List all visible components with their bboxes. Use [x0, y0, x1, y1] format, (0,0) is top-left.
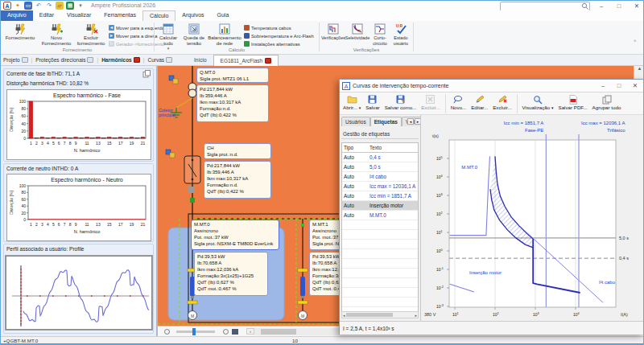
curves-dialog[interactable]: A Curvas de intervenção tempo-corrente –…	[339, 79, 644, 335]
tab-etiquetas[interactable]: Etiquetas	[370, 117, 402, 126]
agrupar-tudo-button[interactable]: Agrupar tudo	[591, 93, 623, 111]
panel-icon	[87, 57, 93, 63]
svg-text:11: 11	[85, 222, 89, 227]
scroll-thumb[interactable]	[346, 313, 393, 317]
curto-circuito-button[interactable]: Curto-circuito	[369, 23, 390, 46]
status-selection-label: +QGBT-M.MT.0	[3, 338, 38, 343]
salvar-pdf-button[interactable]: Salvar PDF...	[557, 93, 589, 111]
table-row[interactable]: AutoIcc min = 1851,7 A	[342, 191, 418, 201]
excluir-fornecimento-button[interactable]: Excluir fornecimento	[75, 23, 107, 46]
spreadsheet-icon[interactable]: ▦	[66, 2, 74, 10]
svg-text:8: 8	[69, 222, 72, 227]
zoom-slider[interactable]	[176, 331, 215, 333]
label-box-mmt0-data[interactable]: Pd:39,53 kWIb:70,658 AIkm max:12,036 kAF…	[194, 252, 268, 296]
svg-text:Trifásico: Trifásico	[607, 128, 625, 133]
fit-page-icon[interactable]	[232, 329, 238, 335]
svg-text:4: 4	[47, 222, 49, 227]
menu-tab-ferramentas[interactable]: Ferramentas	[97, 10, 142, 21]
undo-icon[interactable]: ↶	[35, 2, 43, 10]
verificacoes-button[interactable]: Verificações	[321, 23, 345, 41]
dialog-maximize-button[interactable]: □	[612, 80, 626, 91]
button-label: Mover para a direita	[116, 34, 158, 39]
novo-fornecimento-button[interactable]: Novo Fornecimento	[38, 23, 75, 46]
breaker-symbol[interactable]	[184, 156, 200, 183]
zoom-out-icon[interactable]	[164, 329, 170, 335]
menu-tab-editar[interactable]: Editar	[33, 10, 60, 21]
fase-harmonic-chart: Espectro harmônico - FaseDistorção [%]02…	[7, 90, 151, 159]
delete-pencil-icon	[497, 94, 507, 105]
arc-flash-icon	[244, 33, 250, 39]
menu-tab-arquivo[interactable]: Arquivo	[1, 10, 33, 21]
novo-button[interactable]: Novo...	[449, 93, 469, 111]
dialog-title-bar[interactable]: A Curvas de intervenção tempo-corrente –…	[340, 80, 644, 92]
table-row[interactable]: AutoM.MT.0	[342, 211, 418, 220]
label-box-ch-data[interactable]: Pd:217,844 kWIb:359,446 AIkm max:10,317 …	[204, 161, 271, 199]
ribbon-collapse-icon[interactable]: ˄	[634, 39, 637, 43]
ribbon: Fornecimento Novo Fornecimento Excluir f…	[1, 21, 643, 55]
table-row-selected[interactable]: AutoInserção motor	[342, 201, 418, 211]
menu-tab-guia[interactable]: Guia	[211, 10, 236, 21]
group-label-fornecimento: Fornecimento	[2, 47, 152, 52]
toolbar-separator	[445, 94, 446, 113]
save-icon[interactable]: ▭	[24, 2, 32, 10]
canvas-tab-inicio[interactable]: Início	[188, 55, 213, 66]
sidebar-tab-harmonicos[interactable]: Harmônicos	[99, 55, 142, 66]
menu-tab-arquivos[interactable]: Arquivos	[175, 10, 210, 21]
menu-tab-calculo[interactable]: Cálculo	[142, 10, 175, 21]
menu-tab-visualizar[interactable]: Visualizar	[60, 10, 97, 21]
excluir-curva-button[interactable]: Excluir...	[419, 93, 441, 111]
label-box-qmt0[interactable]: Q.MT.0Sigla prot.:MTZ1 06 L1	[196, 68, 269, 83]
search-input[interactable]	[501, 4, 581, 10]
scroll-thumb[interactable]	[261, 329, 296, 335]
svg-text:9: 9	[75, 141, 77, 146]
copy-icon[interactable]	[142, 70, 152, 78]
salvar-button[interactable]: Salvar	[364, 93, 382, 111]
fornecimento-button[interactable]: Fornecimento	[2, 23, 38, 41]
table-row[interactable]: Auto5,0 s	[342, 162, 418, 172]
dialog-close-button[interactable]: ✕	[628, 80, 642, 91]
svg-text:M: M	[301, 314, 304, 318]
zoom-in-icon[interactable]	[223, 329, 229, 335]
table-row[interactable]: AutoIcc max = 12036,1 A	[342, 182, 418, 191]
scroll-right-icon[interactable]: ▸	[414, 313, 418, 318]
svg-text:Fase-PE: Fase-PE	[525, 128, 543, 133]
favorites-icon[interactable]: ✦	[14, 2, 22, 10]
seletividade-button[interactable]: Seletividade	[345, 23, 369, 41]
instalacoes-alternativas-button[interactable]: Instalações alternativas	[244, 40, 300, 47]
svg-text:11: 11	[85, 141, 89, 146]
sidebar-tab-protecoes[interactable]: Proteções direcionais	[33, 55, 96, 66]
dialog-minimize-button[interactable]: –	[596, 80, 610, 91]
window-title: Ampère Profissional 2026	[91, 2, 155, 8]
temperatura-cabos-button[interactable]: Temperatura cabos	[244, 24, 291, 31]
panel-icon	[166, 57, 172, 63]
abrir-button[interactable]: Abrir... ▾	[341, 93, 362, 112]
label-box-ch[interactable]: CHSigla prot.:n.d.	[204, 143, 271, 159]
table-hscrollbar[interactable]: ◂ ▸	[341, 311, 419, 318]
editar-button[interactable]: Editar...	[469, 93, 489, 111]
tab-usuarios[interactable]: Usuários	[341, 117, 370, 126]
label-box-mmt0[interactable]: M.MT.0AssíncronoPot. mot.:37 kWSigla pro…	[191, 220, 279, 250]
sobretemperatura-arcflash-button[interactable]: Sobretemperatura e Arc-Flash	[244, 32, 314, 39]
mover-direita-button[interactable]: ► Mover para a direita	[109, 32, 158, 39]
scroll-left-icon[interactable]: ‹	[246, 328, 254, 335]
qat-dropdown-icon[interactable]: ▾	[76, 2, 85, 10]
open-folder-icon[interactable]: ▱	[56, 2, 64, 10]
sidebar-tab-projeto[interactable]: Projeto	[1, 55, 31, 66]
visualizacao-button[interactable]: Visualização ▾	[521, 93, 555, 112]
balanceamento-rede-button[interactable]: Balanceamento de rede	[208, 23, 242, 46]
estado-usuario-button[interactable]: U:R Estado usuário	[390, 23, 411, 46]
tab-row: Projeto | Proteções direcionais | Harmôn…	[1, 55, 643, 66]
queda-tensao-button[interactable]: Queda de tensão	[181, 23, 207, 46]
table-row[interactable]: Auto0,4 s	[342, 153, 418, 162]
zoom-slider-thumb[interactable]	[192, 328, 196, 335]
sidebar-tab-curvas[interactable]: Curvas	[145, 55, 175, 66]
excluir-etiqueta-button[interactable]: Excluir...	[491, 93, 513, 111]
canvas-tab-eg1811[interactable]: EG1811_ArcFlash	[213, 55, 279, 66]
close-tab-icon[interactable]	[265, 58, 271, 64]
label-box-feeder-data[interactable]: Pd:217,844 kWIb:359,446 AIkm max:10,317 …	[196, 84, 269, 122]
transformer-symbol[interactable]	[188, 83, 196, 97]
table-row[interactable]: AutoI²t cabo	[342, 172, 418, 182]
tab-scroll-left-icon[interactable]: ◂	[407, 118, 414, 125]
salvar-como-button[interactable]: Salvar como...	[383, 93, 419, 111]
redo-icon[interactable]: ↷	[45, 2, 53, 10]
